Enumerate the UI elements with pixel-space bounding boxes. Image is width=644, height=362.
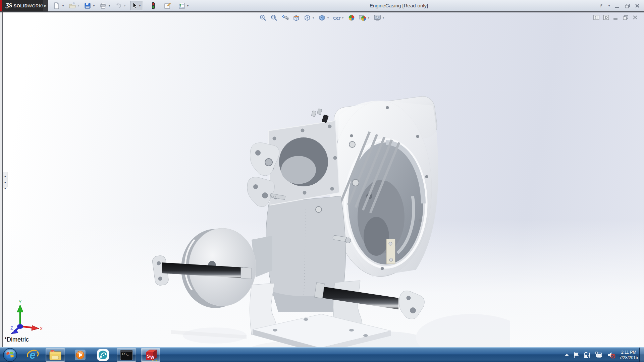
document-window-controls: [593, 14, 639, 21]
headsup-view-toolbar: [259, 13, 385, 22]
save-floppy-icon: [84, 2, 91, 9]
volume-muted-button[interactable]: [607, 351, 615, 359]
apply-scene-dropdown[interactable]: [367, 13, 371, 22]
undo-dropdown[interactable]: [123, 1, 127, 10]
triad-x-label: X: [40, 326, 43, 331]
traffic-light-button[interactable]: [149, 1, 158, 10]
new-document-icon: [53, 2, 60, 9]
view-orientation-dropdown[interactable]: [312, 13, 315, 22]
print-dropdown[interactable]: [107, 1, 111, 10]
select-tool-button[interactable]: [130, 1, 143, 10]
action-center-button[interactable]: [573, 352, 580, 358]
network-status-button[interactable]: [595, 352, 603, 358]
doc-close-button[interactable]: [632, 14, 639, 21]
taskbar-windows-explorer[interactable]: [46, 348, 65, 362]
menu-expander-icon[interactable]: ▶: [43, 0, 48, 11]
doc-close-icon: [632, 15, 638, 20]
new-document-dropdown[interactable]: [61, 1, 65, 10]
display-style-dropdown[interactable]: [326, 13, 330, 22]
restore-icon: [625, 3, 630, 8]
zoom-to-fit-button[interactable]: [259, 13, 267, 22]
save-button[interactable]: [83, 1, 92, 10]
undo-arrow-icon: [115, 2, 122, 9]
start-button[interactable]: [3, 348, 17, 362]
undo-button[interactable]: [114, 1, 123, 10]
featuremanager-collapsed-edge: [0, 12, 3, 347]
hide-show-items-dropdown[interactable]: [341, 13, 345, 22]
view-settings-icon: [373, 14, 381, 21]
taskbar-internet-explorer[interactable]: e: [25, 348, 40, 362]
view-orientation-label: *Dimetric: [4, 336, 29, 343]
collapse-left-pane-button[interactable]: [593, 14, 600, 21]
show-desktop-button[interactable]: [639, 348, 644, 362]
close-icon: [635, 3, 640, 8]
appearance-ball-icon: [348, 14, 355, 21]
collapse-left-pane-icon: [593, 14, 600, 20]
speaker-muted-icon: [607, 351, 615, 359]
doc-restore-button[interactable]: [622, 14, 629, 21]
view-orientation-icon: [304, 14, 311, 21]
previous-view-button[interactable]: [281, 13, 289, 22]
action-center-flag-icon: [573, 352, 580, 358]
brand-text-bold: SOLID: [13, 3, 28, 8]
folder-icon: [49, 349, 62, 361]
save-dropdown[interactable]: [92, 1, 96, 10]
collapse-right-pane-button[interactable]: [602, 14, 610, 21]
apply-scene-icon: [359, 14, 367, 21]
power-status-button[interactable]: [583, 352, 591, 358]
hide-show-items-button[interactable]: [332, 13, 341, 22]
solidworks-window: ƷS SOLIDWORKS ▶: [0, 0, 644, 362]
traffic-light-icon: [151, 2, 155, 9]
display-style-icon: [318, 14, 326, 21]
brand-glyph: ƷS: [6, 3, 12, 9]
print-button[interactable]: [99, 1, 107, 10]
help-dropdown[interactable]: [607, 1, 611, 10]
open-button[interactable]: [68, 1, 76, 10]
taskbar-solidworks[interactable]: S W 2015: [141, 348, 160, 362]
window-title: EngineCasing [Read-only]: [370, 3, 428, 8]
view-settings-button[interactable]: [373, 13, 382, 22]
clock-date: 7/28/2015: [619, 355, 638, 360]
media-player-icon: [74, 349, 87, 361]
featuremanager-collapsed-tab[interactable]: [3, 172, 7, 187]
view-orientation-button[interactable]: [303, 13, 312, 22]
zoom-to-fit-icon: [259, 14, 267, 21]
new-document-button[interactable]: [52, 1, 61, 10]
help-button[interactable]: ?: [597, 2, 605, 10]
svg-text:C:\_: C:\_: [122, 353, 128, 356]
restore-button[interactable]: [623, 2, 631, 10]
graphics-area[interactable]: Y X Z *Dimetric: [0, 12, 644, 347]
select-tool-dropdown[interactable]: [138, 1, 142, 10]
printer-icon: [100, 2, 107, 9]
taskbar-command-prompt[interactable]: C:\_: [117, 348, 136, 362]
checklist-button[interactable]: [177, 1, 186, 10]
help-icon: ?: [600, 2, 603, 9]
apply-scene-button[interactable]: [358, 13, 367, 22]
eyeglasses-icon: [333, 14, 341, 21]
zoom-to-area-button[interactable]: [270, 13, 278, 22]
doc-minimize-button[interactable]: [612, 14, 620, 21]
view-settings-dropdown[interactable]: [382, 13, 385, 22]
edit-appearance-button[interactable]: [347, 13, 356, 22]
close-button[interactable]: [633, 2, 641, 10]
minimize-button[interactable]: [613, 2, 621, 10]
display-style-button[interactable]: [318, 13, 326, 22]
taskbar-communicator-app[interactable]: [95, 348, 111, 362]
section-view-icon: [292, 14, 300, 21]
checklist-dropdown[interactable]: [186, 1, 190, 10]
hidden-icons-button[interactable]: [565, 353, 569, 357]
triad-z-label: Z: [10, 326, 13, 330]
clock-time: 2:11 PM: [621, 350, 636, 355]
orientation-triad: Y X Z: [7, 299, 44, 335]
taskbar-media-player[interactable]: [72, 348, 88, 362]
open-dropdown[interactable]: [76, 1, 80, 10]
collapse-right-pane-icon: [603, 14, 609, 20]
section-view-button[interactable]: [292, 13, 301, 22]
3d-model-engine-casing: [151, 96, 510, 352]
taskbar-clock[interactable]: 2:11 PM 7/28/2015: [619, 350, 638, 360]
system-tray: 2:11 PM 7/28/2015: [565, 348, 638, 362]
right-shaft-flange: [399, 291, 425, 319]
windows-taskbar: e: [0, 347, 644, 362]
edit-form-icon: [164, 2, 171, 9]
edit-form-button[interactable]: [163, 1, 172, 10]
